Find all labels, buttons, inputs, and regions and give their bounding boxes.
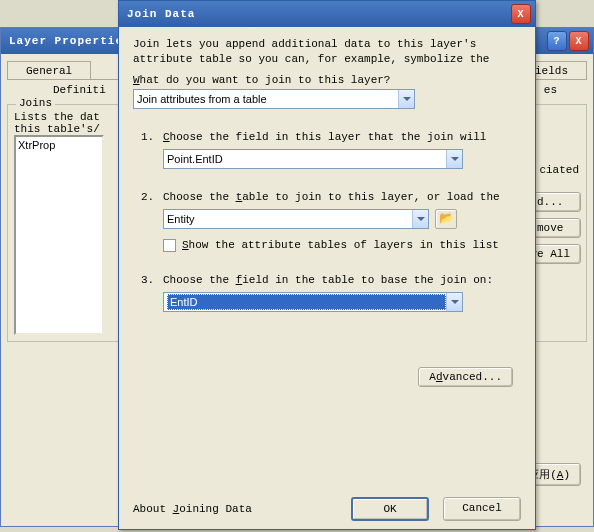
step-2-table-value: Entity bbox=[167, 213, 412, 225]
show-tables-checkbox-row: Show the attribute tables of layers in t… bbox=[163, 239, 523, 252]
associated-label-fragment: ciated bbox=[539, 164, 579, 176]
about-joining-data-link[interactable]: About Joining Data bbox=[133, 503, 252, 515]
step-2: 2. Choose the table to join to this laye… bbox=[141, 191, 523, 252]
join-type-dropdown[interactable]: Join attributes from a table bbox=[133, 89, 415, 109]
step-1-field-value: Point.EntID bbox=[167, 153, 446, 165]
intro-line-2: attribute table so you can, for example,… bbox=[133, 52, 523, 67]
join-type-value: Join attributes from a table bbox=[137, 93, 398, 105]
titlebar-buttons: ? X bbox=[547, 31, 589, 51]
close-button[interactable]: X bbox=[569, 31, 589, 51]
intro-text: Join lets you append additional data to … bbox=[133, 37, 523, 68]
show-tables-checkbox[interactable] bbox=[163, 239, 176, 252]
dropdown-arrow-icon[interactable] bbox=[446, 150, 462, 168]
step-1-number: 1. bbox=[141, 131, 155, 169]
joins-listbox[interactable]: XtrProp bbox=[14, 135, 104, 335]
step-3-field-value: EntID bbox=[167, 294, 446, 310]
advanced-label: Advanced... bbox=[429, 371, 502, 383]
step-3-number: 3. bbox=[141, 274, 155, 312]
joins-legend: Joins bbox=[16, 97, 55, 109]
intro-line-1: Join lets you append additional data to … bbox=[133, 37, 523, 52]
close-button[interactable]: X bbox=[511, 4, 531, 24]
dropdown-arrow-icon[interactable] bbox=[412, 210, 428, 228]
layer-properties-title: Layer Properties bbox=[9, 35, 131, 47]
dropdown-arrow-icon[interactable] bbox=[446, 293, 462, 311]
subtab-right-label-fragment: es bbox=[544, 84, 587, 96]
step-3: 3. Choose the field in the table to base… bbox=[141, 274, 523, 312]
step-2-text: Choose the table to join to this layer, … bbox=[163, 191, 523, 203]
step-2-number: 2. bbox=[141, 191, 155, 252]
browse-folder-button[interactable] bbox=[435, 209, 457, 229]
step-1-field-dropdown[interactable]: Point.EntID bbox=[163, 149, 463, 169]
subtab-left-label: Definiti bbox=[7, 84, 106, 96]
titlebar-buttons: X bbox=[511, 4, 531, 24]
tab-general[interactable]: General bbox=[7, 61, 91, 80]
step-2-table-dropdown[interactable]: Entity bbox=[163, 209, 429, 229]
ok-button[interactable]: OK bbox=[351, 497, 429, 521]
prompt-label: What do you want to join to this layer? bbox=[133, 74, 523, 86]
join-data-body: Join lets you append additional data to … bbox=[119, 27, 535, 529]
help-button[interactable]: ? bbox=[547, 31, 567, 51]
dropdown-arrow-icon[interactable] bbox=[398, 90, 414, 108]
advanced-button[interactable]: Advanced... bbox=[418, 367, 513, 387]
join-data-dialog: Join Data X Join lets you append additio… bbox=[118, 0, 536, 530]
cancel-button[interactable]: Cancel bbox=[443, 497, 521, 521]
join-data-titlebar: Join Data X bbox=[119, 1, 535, 27]
show-tables-checkbox-label: Show the attribute tables of layers in t… bbox=[182, 239, 499, 251]
dialog-bottom-row: About Joining Data OK Cancel bbox=[133, 497, 521, 521]
step-1: 1. Choose the field in this layer that t… bbox=[141, 131, 523, 169]
list-item[interactable]: XtrProp bbox=[18, 139, 100, 151]
join-data-title: Join Data bbox=[127, 8, 195, 20]
step-3-text: Choose the field in the table to base th… bbox=[163, 274, 523, 286]
step-1-text: Choose the field in this layer that the … bbox=[163, 131, 523, 143]
step-3-field-dropdown[interactable]: EntID bbox=[163, 292, 463, 312]
dialog-action-buttons: OK Cancel bbox=[351, 497, 521, 521]
